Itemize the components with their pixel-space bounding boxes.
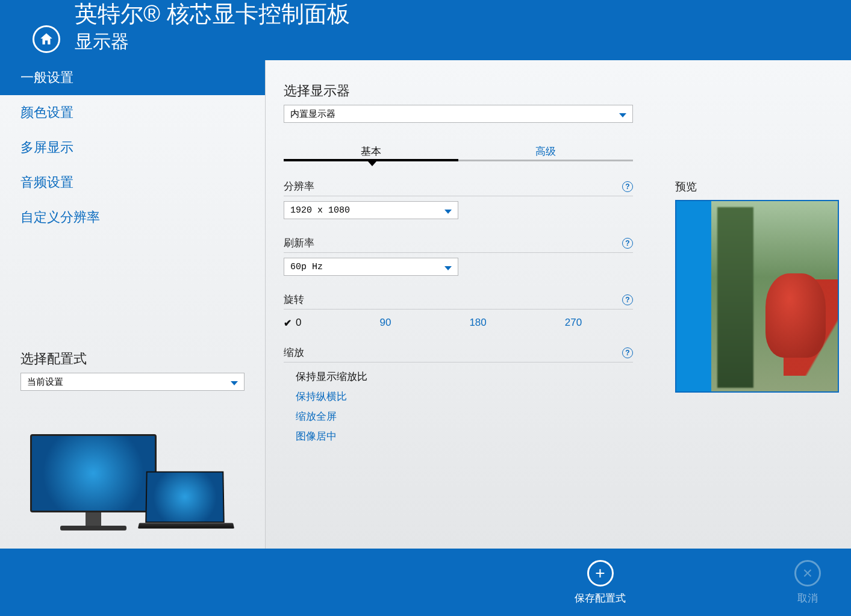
refresh-label: 刷新率 <box>284 236 314 250</box>
plus-icon: + <box>587 560 614 586</box>
profile-select[interactable]: 当前设置 <box>20 373 245 391</box>
close-icon: × <box>794 560 821 586</box>
sidebar-item-general[interactable]: 一般设置 <box>0 60 265 95</box>
help-icon[interactable]: ? <box>622 181 633 192</box>
scaling-option-center[interactable]: 图像居中 <box>284 429 633 443</box>
main-panel: 选择显示器 内置显示器 基本 高级 分辨率 ? 1920 x 1080 <box>265 60 851 549</box>
preview-image <box>711 201 838 391</box>
monitor-illustration <box>0 404 265 549</box>
refresh-select[interactable]: 60p Hz <box>284 258 458 276</box>
rotation-option-180[interactable]: ✔180 <box>457 317 486 329</box>
home-button[interactable] <box>33 25 60 53</box>
cancel-label: 取消 <box>797 591 818 605</box>
footer: + 保存配置式 × 取消 <box>0 549 851 616</box>
app-title: 英特尔® 核芯显卡控制面板 <box>75 2 350 27</box>
help-icon[interactable]: ? <box>622 238 633 249</box>
help-icon[interactable]: ? <box>622 294 633 305</box>
select-display-label: 选择显示器 <box>284 82 663 100</box>
refresh-value: 60p Hz <box>290 262 323 272</box>
save-profile-label: 保存配置式 <box>575 591 626 605</box>
sidebar-item-color[interactable]: 颜色设置 <box>0 95 265 130</box>
home-icon <box>39 31 54 47</box>
rotation-label: 旋转 <box>284 293 304 306</box>
cancel-button[interactable]: × 取消 <box>794 560 821 605</box>
sidebar-item-custom-res[interactable]: 自定义分辨率 <box>0 200 265 235</box>
preview-label: 预览 <box>675 179 839 194</box>
header: 英特尔® 核芯显卡控制面板 显示器 <box>0 0 851 60</box>
chevron-down-icon <box>619 109 626 119</box>
display-select[interactable]: 内置显示器 <box>284 105 633 123</box>
rotation-option-270[interactable]: ✔270 <box>553 317 582 329</box>
sidebar: 一般设置 颜色设置 多屏显示 音频设置 自定义分辨率 选择配置式 当前设置 <box>0 60 265 549</box>
save-profile-button[interactable]: + 保存配置式 <box>575 560 626 605</box>
help-icon[interactable]: ? <box>622 347 633 358</box>
scaling-option-keep-aspect[interactable]: 保持纵横比 <box>284 390 633 403</box>
sidebar-item-audio[interactable]: 音频设置 <box>0 165 265 200</box>
resolution-select[interactable]: 1920 x 1080 <box>284 201 458 219</box>
rotation-option-0[interactable]: ✔0 <box>284 317 301 329</box>
preview-frame <box>675 200 839 393</box>
profile-label: 选择配置式 <box>20 350 245 368</box>
display-select-value: 内置显示器 <box>290 108 335 120</box>
resolution-label: 分辨率 <box>284 179 314 193</box>
chevron-down-icon <box>444 205 452 216</box>
tabs: 基本 高级 <box>284 145 633 161</box>
scaling-option-keep-display[interactable]: ✔保持显示缩放比 <box>284 370 633 384</box>
rotation-option-90[interactable]: ✔90 <box>367 317 391 329</box>
tab-basic[interactable]: 基本 <box>284 145 458 161</box>
chevron-down-icon <box>231 377 238 387</box>
profile-value: 当前设置 <box>27 376 63 388</box>
chevron-down-icon <box>444 262 452 272</box>
page-title: 显示器 <box>75 30 350 54</box>
scaling-label: 缩放 <box>284 346 304 359</box>
tab-advanced[interactable]: 高级 <box>458 145 633 161</box>
scaling-option-fullscreen[interactable]: 缩放全屏 <box>284 409 633 423</box>
resolution-value: 1920 x 1080 <box>290 205 350 216</box>
sidebar-item-multiscreen[interactable]: 多屏显示 <box>0 130 265 165</box>
